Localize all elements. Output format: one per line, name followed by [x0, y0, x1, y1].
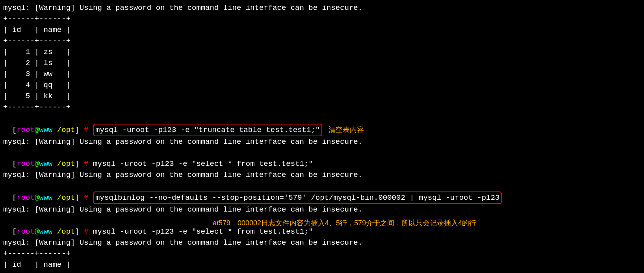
terminal-output: mysql: [Warning] Using a password on the…: [3, 204, 641, 215]
prompt-host: www: [39, 126, 52, 134]
prompt-user: root: [17, 160, 35, 168]
bracket-open: [: [12, 160, 17, 168]
bracket-close: ]: [75, 160, 79, 168]
terminal-output: mysql: [Warning] Using a password on the…: [3, 237, 641, 248]
prompt-at: @: [35, 126, 39, 134]
prompt-space: [52, 160, 57, 168]
annotation-binlog-explain: at579，000002日志文件内容为插入4、5行，579介于之间，所以只会记录…: [213, 217, 476, 228]
prompt-path: /opt: [57, 193, 75, 202]
table-border: +------+------+: [3, 248, 641, 259]
command-select: mysql -uroot -p123 -e "select * from tes…: [93, 160, 313, 168]
prompt-user: root: [17, 126, 35, 134]
table-row: | 3 | ww |: [3, 69, 641, 80]
prompt-hash: #: [80, 193, 89, 202]
gap: [89, 227, 93, 236]
prompt-host: www: [39, 227, 52, 236]
table-header: | id | name |: [3, 24, 641, 35]
prompt-host: www: [39, 193, 52, 202]
prompt-line[interactable]: [root@www /opt] # mysql -uroot -p123 -e …: [3, 147, 641, 169]
table-row: | 4 | qq |: [3, 80, 641, 91]
bracket-close: ]: [75, 193, 79, 202]
prompt-at: @: [35, 160, 39, 168]
table-row: | 5 | kk |: [3, 91, 641, 102]
gap: [89, 193, 93, 202]
prompt-space: [52, 227, 57, 236]
table-header: | id | name |: [3, 259, 641, 270]
bracket-open: [: [12, 126, 17, 134]
prompt-at: @: [35, 227, 39, 236]
bracket-close: ]: [75, 227, 79, 236]
bracket-open: [: [12, 227, 17, 236]
prompt-path: /opt: [57, 126, 75, 134]
gap: [89, 126, 93, 134]
prompt-hash: #: [80, 227, 89, 236]
terminal-output: mysql: [Warning] Using a password on the…: [3, 2, 641, 13]
gap: [89, 160, 93, 168]
annotation-clear-table: 清空表内容: [328, 126, 364, 134]
terminal-output: mysql: [Warning] Using a password on the…: [3, 169, 641, 180]
bracket-open: [: [12, 193, 17, 202]
prompt-at: @: [35, 193, 39, 202]
table-row: | 2 | ls |: [3, 58, 641, 69]
prompt-hash: #: [80, 160, 89, 168]
table-border: +------+------+: [3, 270, 641, 273]
table-border: +------+------+: [3, 13, 641, 24]
table-row: | 1 | zs |: [3, 46, 641, 58]
prompt-space: [52, 193, 57, 202]
prompt-line[interactable]: [root@www /opt] # mysql -uroot -p123 -e …: [3, 113, 641, 136]
prompt-line[interactable]: [root@www /opt] # mysqlbinlog --no-defau…: [3, 180, 641, 204]
terminal-output: mysql: [Warning] Using a password on the…: [3, 136, 641, 147]
prompt-user: root: [17, 193, 35, 202]
bracket-close: ]: [75, 126, 79, 134]
prompt-path: /opt: [57, 227, 75, 236]
command-select: mysql -uroot -p123 -e "select * from tes…: [93, 227, 313, 236]
prompt-path: /opt: [57, 160, 75, 168]
command-truncate: mysql -uroot -p123 -e "truncate table te…: [93, 124, 322, 136]
prompt-hash: #: [80, 126, 89, 134]
prompt-space: [52, 126, 57, 134]
table-border: +------+------+: [3, 102, 641, 113]
prompt-user: root: [17, 227, 35, 236]
prompt-host: www: [39, 160, 52, 168]
command-binlog: mysqlbinlog --no-defaults --stop-positio…: [93, 191, 502, 204]
table-border: +------+------+: [3, 35, 641, 46]
